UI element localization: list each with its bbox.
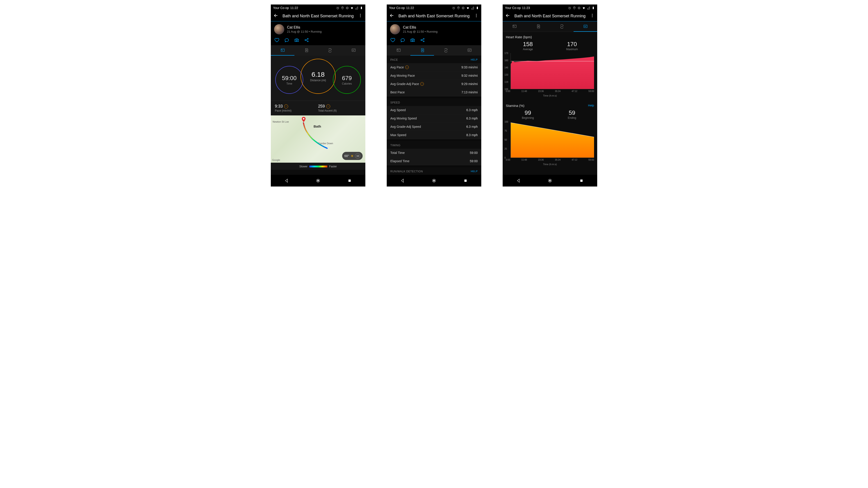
tab-stats[interactable] xyxy=(503,21,526,32)
share-icon[interactable] xyxy=(304,38,309,42)
tab-laps[interactable] xyxy=(318,45,342,56)
nav-back-icon[interactable] xyxy=(400,178,405,183)
svg-rect-2 xyxy=(347,7,348,9)
nav-recent-icon[interactable] xyxy=(463,178,468,183)
stamina-chart[interactable]: 100 75 50 25 0 xyxy=(506,122,594,158)
nav-home-icon[interactable] xyxy=(548,178,552,183)
profile-meta: 21 Aug @ 11:50 • Running xyxy=(287,30,322,33)
stamina-x-ticks: 0:00 11:48 23:36 35:24 47:12 59:00 xyxy=(503,158,597,161)
svg-point-7 xyxy=(360,17,361,17)
row-elapsed-time[interactable]: Elapsed Time59:00 xyxy=(387,157,481,165)
carrier-label: Your Co-op xyxy=(389,6,405,10)
profile-row[interactable]: Cat Ellis 21 Aug @ 11:50 • Running xyxy=(387,21,481,35)
svg-point-25 xyxy=(476,17,477,17)
stamina-title: Stamina (%) xyxy=(506,104,525,107)
svg-point-10 xyxy=(307,38,308,39)
time-circle[interactable]: 59:00 Time xyxy=(275,66,303,94)
nav-back-icon[interactable] xyxy=(284,178,289,183)
more-menu-button[interactable] xyxy=(358,13,363,19)
svg-rect-20 xyxy=(463,7,464,9)
nav-back-icon[interactable] xyxy=(516,178,521,183)
tab-stats[interactable] xyxy=(271,45,294,56)
signal-icon xyxy=(355,6,359,10)
tabs xyxy=(503,21,597,32)
profile-row[interactable]: Cat Ellis 21 Aug @ 11:50 • Running xyxy=(271,21,365,35)
tab-laps[interactable] xyxy=(434,45,458,56)
speed-section-header: SPEED xyxy=(387,98,481,106)
row-avg-moving-pace[interactable]: Avg Moving Pace9:32 min/mi xyxy=(387,71,481,80)
calories-circle[interactable]: 679 Calories xyxy=(333,66,361,94)
svg-point-27 xyxy=(421,40,422,40)
route-map[interactable]: Newton St Loe Bath Combe Down Google 68°… xyxy=(271,116,365,163)
row-avg-gap[interactable]: Avg Grade-Adj Pace〰9:29 min/mi xyxy=(387,80,481,88)
back-button[interactable] xyxy=(505,13,510,19)
map-label-nw: Newton St Loe xyxy=(273,120,289,123)
row-avg-gas[interactable]: Avg Grade-Adj Speed6.3 mph xyxy=(387,123,481,131)
svg-point-40 xyxy=(592,14,593,14)
more-menu-button[interactable] xyxy=(590,13,594,19)
svg-point-6 xyxy=(360,15,361,16)
signal-icon xyxy=(471,6,474,10)
avatar xyxy=(390,24,400,34)
camera-icon[interactable] xyxy=(410,38,415,42)
tab-details[interactable] xyxy=(410,45,434,56)
social-actions xyxy=(271,35,365,45)
share-icon[interactable] xyxy=(420,38,425,42)
row-avg-speed[interactable]: Avg Speed6.3 mph xyxy=(387,106,481,114)
stamina-card: Stamina (%) Help 99 Beginning 59 Ending … xyxy=(503,101,597,169)
screen-charts: Your Co-op 11:23 Bath and North East Som… xyxy=(503,4,597,187)
svg-rect-22 xyxy=(477,6,478,7)
tab-stats[interactable] xyxy=(387,45,410,56)
nav-home-icon[interactable] xyxy=(316,178,320,183)
tab-laps[interactable] xyxy=(550,21,574,32)
battery-icon xyxy=(476,6,479,10)
svg-point-16 xyxy=(317,180,319,182)
pulse-icon: 〰 xyxy=(405,65,409,69)
page-title: Bath and North East Somerset Running xyxy=(398,14,470,19)
location-icon xyxy=(457,6,460,10)
page-title: Bath and North East Somerset Running xyxy=(282,14,354,19)
ascent-stat[interactable]: 259〰 Total Ascent (ft) xyxy=(318,104,361,112)
svg-rect-17 xyxy=(348,180,351,182)
nav-recent-icon[interactable] xyxy=(347,178,352,183)
help-link[interactable]: Help xyxy=(588,104,594,107)
row-total-time[interactable]: Total Time59:00 xyxy=(387,149,481,157)
comment-icon[interactable] xyxy=(400,38,405,42)
back-button[interactable] xyxy=(274,13,278,19)
row-max-speed[interactable]: Max Speed8.3 mph xyxy=(387,131,481,139)
comment-icon[interactable] xyxy=(284,38,289,42)
nav-recent-icon[interactable] xyxy=(579,178,584,183)
weather-badge[interactable]: 68° ☀ 10 xyxy=(342,152,363,160)
back-button[interactable] xyxy=(390,13,394,19)
svg-point-23 xyxy=(476,14,477,14)
row-avg-pace[interactable]: Avg Pace〰9:33 min/mi xyxy=(387,63,481,71)
help-link[interactable]: HELP xyxy=(471,58,478,61)
row-best-pace[interactable]: Best Pace7:13 min/mi xyxy=(387,88,481,97)
stat-row: 9:33〰 Pace (min/mi) 259〰 Total Ascent (f… xyxy=(271,101,365,116)
carrier-label: Your Co-op xyxy=(273,6,289,10)
carrier-label: Your Co-op xyxy=(505,6,521,10)
like-icon[interactable] xyxy=(390,38,395,42)
tab-details[interactable] xyxy=(526,21,550,32)
location-icon xyxy=(573,6,576,10)
pace-stat[interactable]: 9:33〰 Pace (min/mi) xyxy=(275,104,318,112)
distance-circle[interactable]: 6.18 Distance (mi) xyxy=(301,59,336,94)
alarm-icon xyxy=(452,6,455,10)
tab-charts[interactable] xyxy=(458,45,481,56)
tab-charts[interactable] xyxy=(342,45,365,56)
svg-point-11 xyxy=(307,41,308,42)
profile-meta: 21 Aug @ 11:50 • Running xyxy=(403,30,438,33)
tab-charts[interactable] xyxy=(574,21,597,32)
row-avg-moving-speed[interactable]: Avg Moving Speed6.3 mph xyxy=(387,114,481,123)
help-link[interactable]: HELP xyxy=(471,170,478,173)
nav-home-icon[interactable] xyxy=(432,178,436,183)
hr-chart[interactable]: 173 160 146 133 119 106 xyxy=(506,53,594,89)
like-icon[interactable] xyxy=(274,38,279,42)
camera-icon[interactable] xyxy=(294,38,299,42)
screen-overview: Your Co-op 11:22 Bath and North East Som… xyxy=(271,4,365,187)
svg-rect-31 xyxy=(468,49,471,52)
svg-point-1 xyxy=(342,7,343,8)
clock: 11:22 xyxy=(406,6,414,10)
tab-details[interactable] xyxy=(294,45,318,56)
more-menu-button[interactable] xyxy=(474,13,478,19)
